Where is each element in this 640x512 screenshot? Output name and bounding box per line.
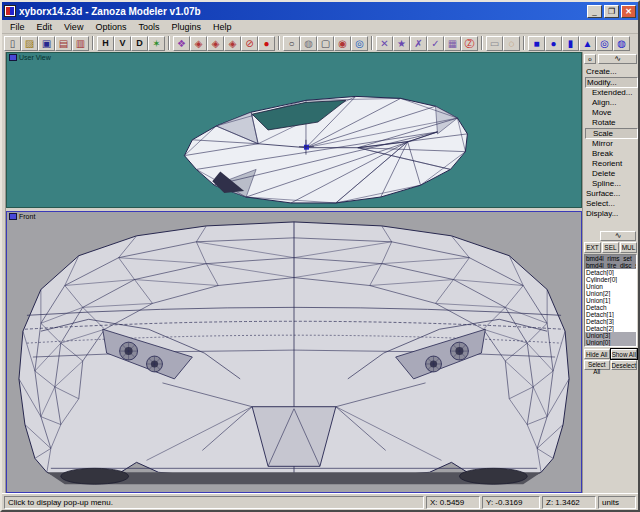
command-mirror[interactable]: Mirror [585, 139, 638, 149]
rotate-view-x-icon[interactable]: ◈ [190, 36, 207, 51]
render-sphere-icon[interactable]: ● [258, 36, 275, 51]
object-item-bmd4l-tire-disc-set[interactable]: bmd4l_tire_disc_set [585, 262, 636, 269]
v-view-button[interactable]: V [114, 36, 131, 51]
object-item-detach-1[interactable]: Detach[1] [585, 311, 636, 318]
command-reorient[interactable]: Reorient [585, 159, 638, 169]
select-figure-icon[interactable]: ✓ [427, 36, 444, 51]
command-delete[interactable]: Delete [585, 169, 638, 179]
cube-view-icon[interactable]: ▢ [317, 36, 334, 51]
menu-item-tools[interactable]: Tools [132, 21, 165, 33]
object-item-union[interactable]: Union [585, 283, 636, 290]
panel-empty-area [583, 372, 638, 493]
toolbar: ▯▨▣▤▥HVD✶❖◈◈◈⊘●○◍▢◉◎✕★✗✓▦Ⓩ▭◌■●▮▲◎◍ [2, 34, 638, 52]
command-break[interactable]: Break [585, 149, 638, 159]
object-item-detach[interactable]: Detach [585, 304, 636, 311]
command-extended[interactable]: Extended... [585, 88, 638, 98]
menu-item-file[interactable]: File [4, 21, 31, 33]
select-lasso-icon[interactable]: ✗ [410, 36, 427, 51]
right-panel: o ∿ Create...Modify...Extended...Align..… [582, 52, 638, 493]
toolbar-separator [278, 36, 280, 50]
command-create[interactable]: Create... [585, 67, 638, 77]
geosphere-primitive-icon[interactable]: ◍ [613, 36, 630, 51]
rotate-view-y-icon[interactable]: ◈ [207, 36, 224, 51]
command-scale[interactable]: Scale [585, 128, 638, 139]
selection-wave-button[interactable]: ∿ [600, 231, 636, 241]
torus-primitive-icon[interactable]: ◎ [596, 36, 613, 51]
ext-button[interactable]: EXT [584, 242, 601, 253]
command-move[interactable]: Move [585, 108, 638, 118]
save-icon[interactable]: ▣ [38, 36, 55, 51]
rotate-view-z-icon[interactable]: ◈ [224, 36, 241, 51]
object-item-detach-2[interactable]: Detach[2] [585, 325, 636, 332]
import-icon[interactable]: ▥ [72, 36, 89, 51]
sphere-primitive-icon[interactable]: ● [545, 36, 562, 51]
select-all-button[interactable]: Select All [584, 360, 610, 370]
front-view-canvas[interactable] [7, 212, 581, 492]
hide-all-button[interactable]: Hide All [584, 349, 610, 359]
toolbar-separator [371, 36, 373, 50]
world-view-icon[interactable]: ◎ [351, 36, 368, 51]
select-star-icon[interactable]: ★ [393, 36, 410, 51]
zoom-icon[interactable]: ○ [283, 36, 300, 51]
status-bar: Click to display pop-up menu. X: 0.5459 … [2, 493, 638, 510]
command-select[interactable]: Select... [585, 199, 638, 209]
box-primitive-icon[interactable]: ■ [528, 36, 545, 51]
d-view-button[interactable]: D [131, 36, 148, 51]
maximize-button[interactable]: ❐ [604, 5, 619, 18]
mul-button[interactable]: MUL [620, 242, 637, 253]
circle-primitive-icon[interactable]: ◌ [503, 36, 520, 51]
menu-item-help[interactable]: Help [207, 21, 238, 33]
cylinder-primitive-icon[interactable]: ▮ [562, 36, 579, 51]
toolbar-separator [168, 36, 170, 50]
command-modify[interactable]: Modify... [585, 77, 638, 88]
vertex-mode-icon[interactable]: ❖ [173, 36, 190, 51]
command-display[interactable]: Display... [585, 209, 638, 219]
command-align[interactable]: Align... [585, 98, 638, 108]
export-icon[interactable]: ▤ [55, 36, 72, 51]
pan-sphere-icon[interactable]: ◍ [300, 36, 317, 51]
h-view-button[interactable]: H [97, 36, 114, 51]
object-item-union-1[interactable]: Union[1] [585, 297, 636, 304]
show-all-button[interactable]: Show All [611, 349, 638, 359]
object-item-detach-0[interactable]: Detach[0] [585, 269, 636, 276]
orbit-view-icon[interactable]: ◉ [334, 36, 351, 51]
viewport-user-view[interactable]: User View [6, 52, 582, 208]
status-units: units [598, 496, 636, 509]
close-button[interactable]: ✕ [621, 5, 636, 18]
sidebar-wave-button[interactable]: ∿ [598, 54, 637, 64]
menu-item-view[interactable]: View [58, 21, 89, 33]
layers-icon[interactable]: ▦ [444, 36, 461, 51]
viewport-area: User View Front [6, 52, 582, 493]
object-item-detach-3[interactable]: Detach[3] [585, 318, 636, 325]
rect-primitive-icon[interactable]: ▭ [486, 36, 503, 51]
minimize-button[interactable]: _ [587, 5, 602, 18]
app-icon [4, 5, 16, 17]
new-file-icon[interactable]: ▯ [4, 36, 21, 51]
object-item-union-2[interactable]: Union[2] [585, 290, 636, 297]
menu-item-edit[interactable]: Edit [31, 21, 59, 33]
menu-item-plugins[interactable]: Plugins [165, 21, 207, 33]
toolbar-separator [92, 36, 94, 50]
sel-button[interactable]: SEL [602, 242, 619, 253]
zanoza-logo-icon[interactable]: Ⓩ [461, 36, 478, 51]
selection-mode-row: EXTSELMUL [583, 242, 638, 253]
object-item-union-3[interactable]: Union[3] [585, 332, 636, 339]
object-list-buttons: Hide AllShow AllSelect AllDeselect [584, 349, 637, 370]
user-view-canvas[interactable] [7, 53, 581, 207]
viewport-front[interactable]: Front [6, 211, 582, 493]
command-rotate[interactable]: Rotate [585, 118, 638, 128]
select-cross-icon[interactable]: ✕ [376, 36, 393, 51]
disable-rotate-icon[interactable]: ⊘ [241, 36, 258, 51]
sidebar-small-button[interactable]: o [584, 54, 596, 64]
command-spline[interactable]: Spline... [585, 179, 638, 189]
cone-primitive-icon[interactable]: ▲ [579, 36, 596, 51]
menu-item-options[interactable]: Options [89, 21, 132, 33]
object-item-union-0[interactable]: Union[0] [585, 339, 636, 346]
command-surface[interactable]: Surface... [585, 189, 638, 199]
object-item-cylinder-0[interactable]: Cylinder[0] [585, 276, 636, 283]
app-window: xyborx14.z3d - Zanoza Modeler v1.07b _ ❐… [0, 0, 640, 512]
snap-icon[interactable]: ✶ [148, 36, 165, 51]
object-item-bmd4l-rims-set[interactable]: bmd4l_rims_set [585, 255, 636, 262]
open-folder-icon[interactable]: ▨ [21, 36, 38, 51]
deselect-button[interactable]: Deselect [611, 360, 638, 370]
